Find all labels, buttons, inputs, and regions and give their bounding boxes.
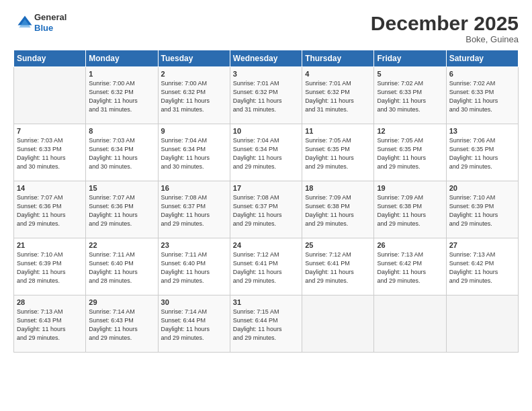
day-info: Sunrise: 7:06 AM Sunset: 6:35 PM Dayligh… (449, 136, 515, 171)
day-number: 6 (449, 70, 515, 78)
calendar-cell (374, 295, 446, 353)
calendar-cell: 17Sunrise: 7:08 AM Sunset: 6:37 PM Dayli… (230, 181, 302, 238)
day-info: Sunrise: 7:03 AM Sunset: 6:34 PM Dayligh… (89, 136, 154, 171)
calendar-cell: 31Sunrise: 7:15 AM Sunset: 6:44 PM Dayli… (230, 295, 302, 353)
calendar-cell: 23Sunrise: 7:11 AM Sunset: 6:40 PM Dayli… (158, 238, 230, 295)
month-year-title: December 2025 (371, 12, 519, 34)
calendar-week-row: 14Sunrise: 7:07 AM Sunset: 6:36 PM Dayli… (14, 181, 519, 238)
logo-icon (15, 13, 34, 32)
day-info: Sunrise: 7:01 AM Sunset: 6:32 PM Dayligh… (305, 79, 371, 114)
day-number: 30 (161, 298, 227, 306)
day-number: 4 (305, 70, 371, 78)
calendar-cell: 2Sunrise: 7:00 AM Sunset: 6:32 PM Daylig… (158, 67, 230, 124)
calendar-cell (14, 67, 86, 124)
day-info: Sunrise: 7:11 AM Sunset: 6:40 PM Dayligh… (161, 250, 227, 285)
calendar-header-row: Sunday Monday Tuesday Wednesday Thursday… (14, 50, 519, 67)
day-number: 21 (17, 241, 83, 249)
calendar-cell: 12Sunrise: 7:05 AM Sunset: 6:35 PM Dayli… (374, 124, 446, 181)
calendar-cell: 30Sunrise: 7:14 AM Sunset: 6:44 PM Dayli… (158, 295, 230, 353)
day-number: 10 (233, 127, 299, 135)
day-info: Sunrise: 7:07 AM Sunset: 6:36 PM Dayligh… (17, 193, 83, 228)
logo: General Blue (13, 12, 66, 33)
logo-text: General Blue (34, 12, 66, 33)
day-number: 19 (377, 184, 443, 192)
calendar-cell: 9Sunrise: 7:04 AM Sunset: 6:34 PM Daylig… (158, 124, 230, 181)
day-number: 29 (89, 298, 154, 306)
day-number: 17 (233, 184, 299, 192)
calendar-cell: 13Sunrise: 7:06 AM Sunset: 6:35 PM Dayli… (446, 124, 518, 181)
col-friday: Friday (374, 50, 446, 67)
day-number: 31 (233, 298, 299, 306)
day-info: Sunrise: 7:01 AM Sunset: 6:32 PM Dayligh… (233, 79, 299, 114)
calendar-cell: 21Sunrise: 7:10 AM Sunset: 6:39 PM Dayli… (14, 238, 86, 295)
logo-general: General (34, 12, 66, 23)
calendar-cell: 20Sunrise: 7:10 AM Sunset: 6:39 PM Dayli… (446, 181, 518, 238)
calendar-table: Sunday Monday Tuesday Wednesday Thursday… (13, 50, 519, 353)
day-info: Sunrise: 7:00 AM Sunset: 6:32 PM Dayligh… (161, 79, 227, 114)
calendar-cell: 19Sunrise: 7:09 AM Sunset: 6:38 PM Dayli… (374, 181, 446, 238)
day-number: 14 (17, 184, 83, 192)
day-number: 18 (305, 184, 371, 192)
day-number: 24 (233, 241, 299, 249)
title-block: December 2025 Boke, Guinea (371, 12, 519, 44)
page-header: General Blue December 2025 Boke, Guinea (13, 12, 519, 44)
day-info: Sunrise: 7:15 AM Sunset: 6:44 PM Dayligh… (233, 308, 299, 342)
calendar-cell: 29Sunrise: 7:14 AM Sunset: 6:43 PM Dayli… (86, 295, 158, 353)
calendar-cell: 7Sunrise: 7:03 AM Sunset: 6:33 PM Daylig… (14, 124, 86, 181)
day-number: 1 (89, 70, 154, 78)
day-number: 9 (161, 127, 227, 135)
calendar-cell: 27Sunrise: 7:13 AM Sunset: 6:42 PM Dayli… (446, 238, 518, 295)
calendar-cell: 11Sunrise: 7:05 AM Sunset: 6:35 PM Dayli… (302, 124, 374, 181)
day-number: 11 (305, 127, 371, 135)
day-info: Sunrise: 7:10 AM Sunset: 6:39 PM Dayligh… (449, 193, 515, 228)
calendar-cell: 1Sunrise: 7:00 AM Sunset: 6:32 PM Daylig… (86, 67, 158, 124)
day-number: 2 (161, 70, 227, 78)
day-info: Sunrise: 7:10 AM Sunset: 6:39 PM Dayligh… (17, 250, 83, 285)
calendar-cell: 5Sunrise: 7:02 AM Sunset: 6:33 PM Daylig… (374, 67, 446, 124)
col-saturday: Saturday (446, 50, 518, 67)
logo-blue: Blue (34, 23, 66, 34)
calendar-page: General Blue December 2025 Boke, Guinea … (0, 0, 532, 411)
day-number: 20 (449, 184, 515, 192)
day-number: 5 (377, 70, 443, 78)
calendar-cell: 25Sunrise: 7:12 AM Sunset: 6:41 PM Dayli… (302, 238, 374, 295)
day-info: Sunrise: 7:13 AM Sunset: 6:43 PM Dayligh… (17, 308, 83, 342)
location-label: Boke, Guinea (371, 34, 519, 44)
day-number: 3 (233, 70, 299, 78)
col-tuesday: Tuesday (158, 50, 230, 67)
calendar-cell: 22Sunrise: 7:11 AM Sunset: 6:40 PM Dayli… (86, 238, 158, 295)
day-info: Sunrise: 7:08 AM Sunset: 6:37 PM Dayligh… (233, 193, 299, 228)
day-info: Sunrise: 7:02 AM Sunset: 6:33 PM Dayligh… (377, 79, 443, 114)
calendar-cell: 28Sunrise: 7:13 AM Sunset: 6:43 PM Dayli… (14, 295, 86, 353)
calendar-cell: 18Sunrise: 7:09 AM Sunset: 6:38 PM Dayli… (302, 181, 374, 238)
day-number: 7 (17, 127, 83, 135)
calendar-cell: 10Sunrise: 7:04 AM Sunset: 6:34 PM Dayli… (230, 124, 302, 181)
day-info: Sunrise: 7:09 AM Sunset: 6:38 PM Dayligh… (377, 193, 443, 228)
col-thursday: Thursday (302, 50, 374, 67)
day-number: 28 (17, 298, 83, 306)
calendar-week-row: 21Sunrise: 7:10 AM Sunset: 6:39 PM Dayli… (14, 238, 519, 295)
day-info: Sunrise: 7:13 AM Sunset: 6:42 PM Dayligh… (449, 250, 515, 285)
day-number: 25 (305, 241, 371, 249)
day-info: Sunrise: 7:07 AM Sunset: 6:36 PM Dayligh… (89, 193, 154, 228)
day-number: 12 (377, 127, 443, 135)
day-number: 27 (449, 241, 515, 249)
day-info: Sunrise: 7:14 AM Sunset: 6:44 PM Dayligh… (161, 308, 227, 342)
col-sunday: Sunday (14, 50, 86, 67)
day-info: Sunrise: 7:09 AM Sunset: 6:38 PM Dayligh… (305, 193, 371, 228)
day-number: 8 (89, 127, 154, 135)
day-info: Sunrise: 7:08 AM Sunset: 6:37 PM Dayligh… (161, 193, 227, 228)
day-info: Sunrise: 7:14 AM Sunset: 6:43 PM Dayligh… (89, 308, 154, 342)
day-number: 22 (89, 241, 154, 249)
day-number: 16 (161, 184, 227, 192)
calendar-week-row: 28Sunrise: 7:13 AM Sunset: 6:43 PM Dayli… (14, 295, 519, 353)
day-info: Sunrise: 7:04 AM Sunset: 6:34 PM Dayligh… (161, 136, 227, 171)
calendar-cell: 8Sunrise: 7:03 AM Sunset: 6:34 PM Daylig… (86, 124, 158, 181)
calendar-cell: 14Sunrise: 7:07 AM Sunset: 6:36 PM Dayli… (14, 181, 86, 238)
calendar-week-row: 1Sunrise: 7:00 AM Sunset: 6:32 PM Daylig… (14, 67, 519, 124)
day-number: 13 (449, 127, 515, 135)
day-info: Sunrise: 7:13 AM Sunset: 6:42 PM Dayligh… (377, 250, 443, 285)
day-info: Sunrise: 7:11 AM Sunset: 6:40 PM Dayligh… (89, 250, 154, 285)
day-info: Sunrise: 7:04 AM Sunset: 6:34 PM Dayligh… (233, 136, 299, 171)
calendar-cell: 6Sunrise: 7:02 AM Sunset: 6:33 PM Daylig… (446, 67, 518, 124)
